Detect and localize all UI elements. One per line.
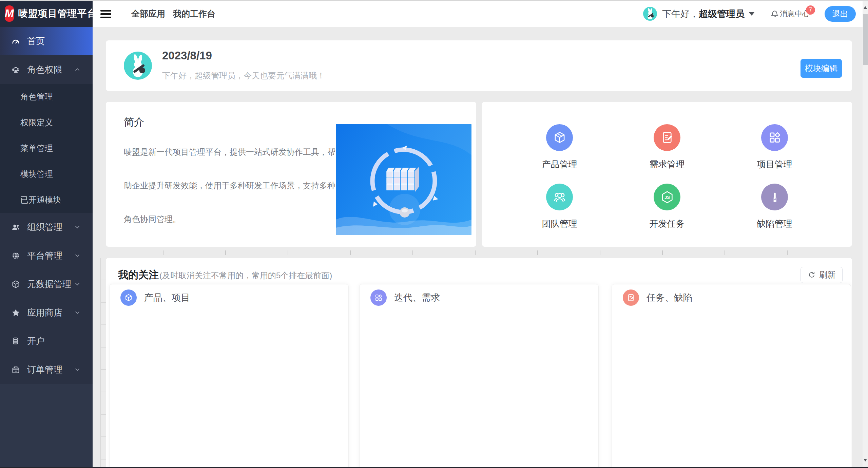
sidebar-subitem-module-management[interactable]: 模块管理 (0, 161, 93, 187)
requirement-doc-icon (660, 130, 674, 145)
app-logo-area: M 唛盟项目管理平台 (0, 0, 93, 27)
chevron-down-icon (74, 280, 81, 288)
refresh-icon (808, 271, 816, 279)
sidebar-subitem-menu-management[interactable]: 菜单管理 (0, 135, 93, 161)
product-cube-icon (124, 293, 133, 302)
team-people-icon (553, 190, 567, 204)
sidebar-subitem-role-management[interactable]: 角色管理 (0, 84, 93, 110)
top-header: 全部应用 我的工作台 下午好， 超级管理员 消息中心 7 (93, 1, 868, 27)
sidebar-toggle-icon[interactable] (100, 10, 111, 18)
nav-my-workbench[interactable]: 我的工作台 (173, 1, 215, 27)
intro-card: 简介 唛盟是新一代项目管理平台，提供一站式研发协作工具，帮助企业提升研发效能，使… (106, 102, 476, 247)
role-agent-icon (11, 65, 20, 74)
app-logo-icon: M (5, 5, 14, 22)
app-title: 唛盟项目管理平台 (18, 7, 97, 20)
sidebar-item-appstore[interactable]: 应用商店 (0, 298, 93, 327)
follow-card-header: 产品、项目 (110, 284, 348, 311)
rabbit-avatar-icon (643, 7, 657, 21)
window-top-border (0, 0, 868, 1)
welcome-message: 下午好，超级管理员，今天也要元气满满哦！ (162, 70, 325, 81)
refresh-button[interactable]: 刷新 (801, 267, 843, 283)
nav-all-apps[interactable]: 全部应用 (131, 1, 165, 27)
product-cube-icon (553, 130, 567, 145)
cube-icon (11, 280, 20, 289)
globe-icon (11, 251, 20, 260)
sidebar-item-open-account[interactable]: 开户 (0, 327, 93, 355)
database-icon (11, 337, 20, 346)
username: 超级管理员 (699, 8, 745, 20)
my-follow-panel: 我的关注 (及时取消关注不常用的，常用的5个排在最前面) 刷新 产品、项目 (106, 258, 852, 467)
sidebar-item-metadata[interactable]: 元数据管理 (0, 270, 93, 298)
sidebar-subitem-opened-modules[interactable]: 已开通模块 (0, 187, 93, 213)
follow-card-header: 迭代、需求 (360, 284, 598, 311)
welcome-date: 2023/8/19 (162, 49, 212, 62)
follow-card-tasks-defects[interactable]: 任务、缺陷 (612, 284, 851, 467)
module-dev-tasks[interactable]: JS 开发任务 (613, 177, 721, 237)
chevron-down-icon (749, 12, 755, 16)
message-count-badge: 7 (806, 5, 815, 15)
page-scrollbar[interactable] (863, 1, 868, 467)
sidebar-item-roles[interactable]: 角色权限 (0, 55, 93, 84)
module-requirement-management[interactable]: 需求管理 (613, 117, 721, 177)
chevron-down-icon (74, 366, 81, 373)
follow-card-header: 任务、缺陷 (612, 284, 851, 311)
chevron-down-icon (74, 223, 81, 231)
people-icon (11, 223, 20, 232)
intro-title: 简介 (124, 115, 144, 129)
module-edit-button[interactable]: 模块编辑 (801, 59, 842, 78)
scroll-up-icon[interactable] (864, 6, 867, 9)
order-box-icon (11, 365, 20, 374)
module-project-management[interactable]: 项目管理 (721, 117, 828, 177)
project-grid-icon (374, 293, 383, 302)
chevron-down-icon (74, 309, 81, 316)
sidebar-footer (0, 384, 93, 467)
sidebar-item-orders[interactable]: 订单管理 (0, 355, 93, 384)
sidebar-menu: 首页 角色权限 角色管理 权限定义 菜单管理 模块管理 已开通模块 (0, 27, 93, 467)
logout-button[interactable]: 退出 (825, 6, 856, 22)
background-grid-strip (100, 258, 106, 467)
chevron-down-icon (74, 252, 81, 259)
follow-card-iterations-requirements[interactable]: 迭代、需求 (359, 284, 599, 467)
module-defect-management[interactable]: 缺陷管理 (721, 177, 828, 237)
user-avatar[interactable] (643, 7, 657, 21)
user-avatar-large (124, 52, 152, 80)
module-product-management[interactable]: 产品管理 (506, 117, 613, 177)
bell-icon (770, 10, 779, 18)
scroll-down-icon[interactable] (864, 459, 867, 462)
follow-note: (及时取消关注不常用的，常用的5个排在最前面) (159, 270, 332, 281)
sidebar-item-platform[interactable]: 平台管理 (0, 241, 93, 270)
dev-js-icon: JS (660, 190, 674, 204)
project-grid-icon (768, 130, 782, 145)
requirement-doc-icon (626, 293, 635, 302)
rabbit-avatar-icon (124, 52, 152, 80)
dashboard-icon (11, 37, 20, 46)
user-greeting[interactable]: 下午好， 超级管理员 (662, 8, 755, 20)
roles-submenu: 角色管理 权限定义 菜单管理 模块管理 已开通模块 (0, 84, 93, 213)
welcome-card: 2023/8/19 下午好，超级管理员，今天也要元气满满哦！ 模块编辑 (106, 40, 852, 91)
defect-exclaim-icon (768, 190, 782, 204)
scrollbar-thumb[interactable] (863, 14, 868, 65)
module-team-management[interactable]: 团队管理 (506, 177, 613, 237)
message-center[interactable]: 消息中心 7 (770, 9, 810, 19)
follow-card-products-projects[interactable]: 产品、项目 (109, 284, 349, 467)
intro-description: 唛盟是新一代项目管理平台，提供一站式研发协作工具，帮助企业提升研发效能，使用于多… (124, 135, 341, 236)
modules-card: 产品管理 需求管理 项目管理 (482, 102, 852, 247)
background-grid-ticks (163, 250, 794, 255)
sidebar-subitem-permission-definition[interactable]: 权限定义 (0, 110, 93, 135)
sidebar-item-organization[interactable]: 组织管理 (0, 213, 93, 241)
follow-title: 我的关注 (118, 268, 159, 282)
star-icon (11, 308, 20, 317)
chevron-up-icon (74, 66, 81, 73)
intro-illustration (336, 124, 471, 235)
svg-text:JS: JS (664, 195, 670, 200)
sidebar-item-home[interactable]: 首页 (0, 27, 93, 55)
